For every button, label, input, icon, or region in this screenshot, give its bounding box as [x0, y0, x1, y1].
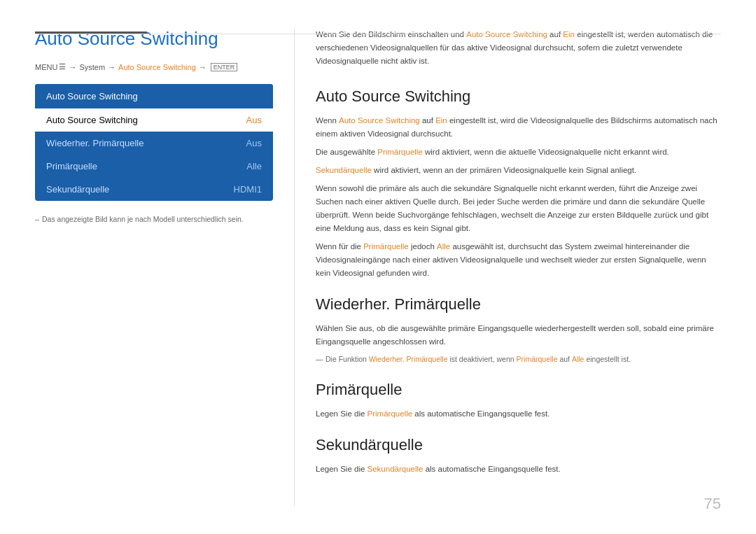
right-column: Wenn Sie den Bildschirm einschalten und … — [294, 28, 721, 506]
primaer-p1: Legen Sie die Primärquelle als automatis… — [316, 407, 721, 421]
menu-item-auto-source[interactable]: Auto Source Switching Aus — [35, 108, 273, 132]
wiederher-note: Die Funktion Wiederher. Primärquelle ist… — [316, 353, 721, 365]
breadcrumb-arrow2: → — [108, 63, 115, 71]
section-title-sekundaer: Sekundärquelle — [316, 436, 721, 454]
auto-source-p2: Die ausgewählte Primärquelle wird aktivi… — [316, 146, 721, 159]
section-title-wiederher: Wiederher. Primärquelle — [316, 295, 721, 314]
menu-item-primaer-value: Alle — [246, 161, 262, 171]
breadcrumb-system: System — [79, 63, 105, 71]
menu-item-sekundaer[interactable]: Sekundärquelle HDMI1 — [35, 178, 273, 201]
sekundaer-p1: Legen Sie die Sekundärquelle als automat… — [316, 463, 721, 476]
intro-highlight-1: Auto Source Switching — [466, 30, 547, 38]
page-number: 75 — [704, 495, 721, 513]
wiederher-p1: Wählen Sie aus, ob die ausgewählte primä… — [316, 322, 721, 349]
auto-source-p3: Sekundärquelle wird aktiviert, wenn an d… — [316, 164, 721, 177]
menu-box-header: Auto Source Switching — [35, 84, 273, 108]
menu-icon: ☰ — [59, 62, 66, 71]
menu-item-primaer-label: Primärquelle — [46, 161, 97, 171]
menu-item-auto-source-value: Aus — [246, 115, 262, 125]
menu-item-sekundaer-value: HDMI1 — [234, 184, 262, 195]
auto-source-p4: Wenn sowohl die primäre als auch die sek… — [316, 182, 721, 235]
auto-source-p1: Wenn Auto Source Switching auf Ein einge… — [316, 114, 721, 141]
section-title-primaer: Primärquelle — [316, 381, 721, 399]
intro-highlight-2: Ein — [563, 30, 575, 38]
menu-item-wiederher-value: Aus — [246, 138, 262, 148]
breadcrumb-arrow1: → — [69, 63, 76, 71]
menu-box: Auto Source Switching Auto Source Switch… — [35, 84, 273, 201]
auto-source-p5: Wenn für die Primärquelle jedoch Alle au… — [316, 240, 721, 280]
breadcrumb: MENU ☰ → System → Auto Source Switching … — [35, 62, 273, 71]
section-body-auto-source: Wenn Auto Source Switching auf Ein einge… — [316, 114, 721, 280]
left-column: Auto Source Switching MENU ☰ → System → … — [35, 28, 294, 506]
breadcrumb-menu: MENU — [35, 63, 57, 71]
section-body-sekundaer: Legen Sie die Sekundärquelle als automat… — [316, 463, 721, 476]
menu-item-wiederher[interactable]: Wiederher. Primärquelle Aus — [35, 132, 273, 155]
top-rule — [35, 34, 721, 34]
menu-item-wiederher-label: Wiederher. Primärquelle — [46, 138, 144, 148]
menu-item-auto-source-label: Auto Source Switching — [46, 115, 138, 125]
section-title-auto-source: Auto Source Switching — [316, 87, 721, 106]
menu-item-primaer[interactable]: Primärquelle Alle — [35, 155, 273, 178]
menu-item-sekundaer-label: Sekundärquelle — [46, 184, 109, 195]
breadcrumb-arrow3: → — [199, 63, 206, 71]
section-body-wiederher: Wählen Sie aus, ob die ausgewählte primä… — [316, 322, 721, 365]
breadcrumb-highlight: Auto Source Switching — [118, 63, 196, 71]
enter-icon: ENTER — [211, 63, 238, 71]
section-body-primaer: Legen Sie die Primärquelle als automatis… — [316, 407, 721, 421]
left-note: Das angezeigte Bild kann je nach Modell … — [35, 215, 273, 223]
